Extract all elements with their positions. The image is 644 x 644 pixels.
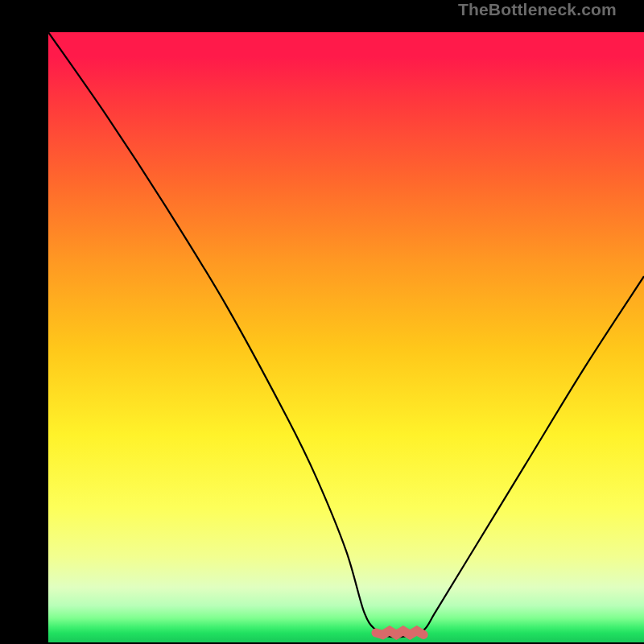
watermark-text: TheBottleneck.com <box>458 0 617 19</box>
curve-line <box>48 32 644 637</box>
bottleneck-curve <box>48 32 644 642</box>
valley-highlight <box>376 631 423 635</box>
plot-area <box>48 32 644 642</box>
chart-frame <box>0 0 644 644</box>
